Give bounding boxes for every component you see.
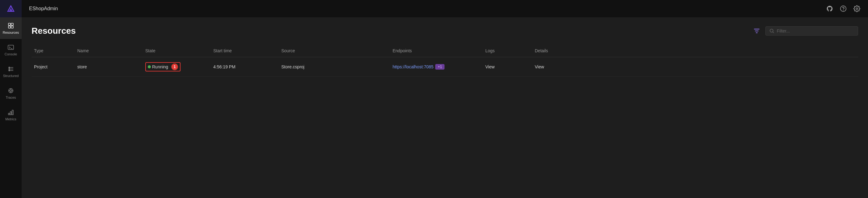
sidebar-item-resources-label: Resources bbox=[3, 31, 19, 34]
sidebar-item-console[interactable]: Console bbox=[0, 39, 22, 61]
svg-point-24 bbox=[840, 6, 846, 11]
row-logs: View bbox=[483, 63, 532, 70]
row-name: store bbox=[75, 63, 143, 70]
content-area: Resources Type Na bbox=[22, 17, 868, 198]
structured-icon bbox=[7, 65, 14, 73]
svg-line-28 bbox=[773, 32, 774, 33]
app-logo bbox=[0, 0, 22, 17]
sidebar-item-structured-label: Structured bbox=[3, 74, 19, 78]
main-content: EShopAdmin bbox=[22, 0, 868, 198]
metrics-icon bbox=[7, 109, 14, 116]
table-row: Project store Running 1 4:56:19 PM Store… bbox=[32, 57, 858, 77]
sidebar-item-console-label: Console bbox=[5, 52, 17, 56]
svg-rect-22 bbox=[10, 112, 11, 115]
col-name: Name bbox=[75, 47, 143, 54]
help-icon[interactable] bbox=[840, 5, 847, 12]
logs-view-link[interactable]: View bbox=[485, 64, 495, 69]
page-title: Resources bbox=[32, 26, 76, 36]
app-title: EShopAdmin bbox=[22, 6, 58, 11]
sidebar-item-metrics[interactable]: Metrics bbox=[0, 104, 22, 125]
svg-rect-21 bbox=[8, 113, 9, 115]
col-details: Details bbox=[532, 47, 569, 54]
filter-button[interactable] bbox=[752, 26, 762, 36]
row-type: Project bbox=[32, 63, 75, 70]
state-badge: Running 1 bbox=[145, 62, 181, 72]
endpoint-link[interactable]: https://localhost:7085 bbox=[393, 64, 433, 69]
github-icon[interactable] bbox=[826, 5, 833, 12]
state-text: Running bbox=[152, 64, 168, 69]
notification-badge: 1 bbox=[171, 63, 178, 70]
traces-icon bbox=[7, 87, 14, 94]
console-icon bbox=[7, 44, 14, 51]
row-endpoints: https://localhost:7085 +1 bbox=[390, 63, 483, 71]
svg-point-13 bbox=[9, 68, 10, 69]
row-source: Store.csproj bbox=[279, 63, 390, 70]
col-logs: Logs bbox=[483, 47, 532, 54]
row-start-time: 4:56:19 PM bbox=[211, 63, 279, 70]
svg-point-14 bbox=[9, 70, 10, 71]
search-icon bbox=[769, 28, 774, 33]
filter-icon bbox=[754, 28, 760, 34]
resources-icon bbox=[7, 22, 14, 29]
svg-rect-6 bbox=[11, 26, 13, 28]
topbar-icons bbox=[826, 5, 861, 12]
sidebar-item-traces[interactable]: Traces bbox=[0, 82, 22, 104]
page-header: Resources bbox=[32, 26, 858, 36]
svg-point-15 bbox=[10, 90, 12, 91]
col-source: Source bbox=[279, 47, 390, 54]
col-start-time: Start time bbox=[211, 47, 279, 54]
sidebar: Resources Console Structured bbox=[0, 0, 22, 198]
row-details: View bbox=[532, 63, 569, 70]
settings-icon[interactable] bbox=[853, 5, 861, 12]
col-state: State bbox=[143, 47, 211, 54]
table-header: Type Name State Start time Source Endpoi… bbox=[32, 45, 858, 57]
col-endpoints: Endpoints bbox=[390, 47, 483, 54]
col-type: Type bbox=[32, 47, 75, 54]
status-dot bbox=[148, 65, 151, 68]
sidebar-item-traces-label: Traces bbox=[6, 95, 16, 99]
sidebar-item-structured[interactable]: Structured bbox=[0, 61, 22, 82]
search-input[interactable] bbox=[777, 28, 854, 33]
topbar: EShopAdmin bbox=[22, 0, 868, 17]
sidebar-item-resources[interactable]: Resources bbox=[0, 17, 22, 39]
svg-rect-7 bbox=[8, 45, 13, 50]
svg-point-12 bbox=[9, 67, 10, 68]
row-state: Running 1 bbox=[143, 61, 211, 73]
details-view-link[interactable]: View bbox=[535, 64, 544, 69]
svg-rect-4 bbox=[11, 23, 13, 25]
endpoint-extra-badge: +1 bbox=[435, 64, 444, 69]
resources-table: Type Name State Start time Source Endpoi… bbox=[32, 45, 858, 77]
sidebar-item-metrics-label: Metrics bbox=[5, 117, 16, 121]
svg-rect-5 bbox=[8, 26, 10, 28]
svg-point-26 bbox=[856, 8, 858, 9]
svg-rect-23 bbox=[12, 110, 13, 115]
svg-rect-3 bbox=[8, 23, 10, 25]
header-actions bbox=[752, 26, 858, 36]
search-box bbox=[765, 26, 858, 35]
